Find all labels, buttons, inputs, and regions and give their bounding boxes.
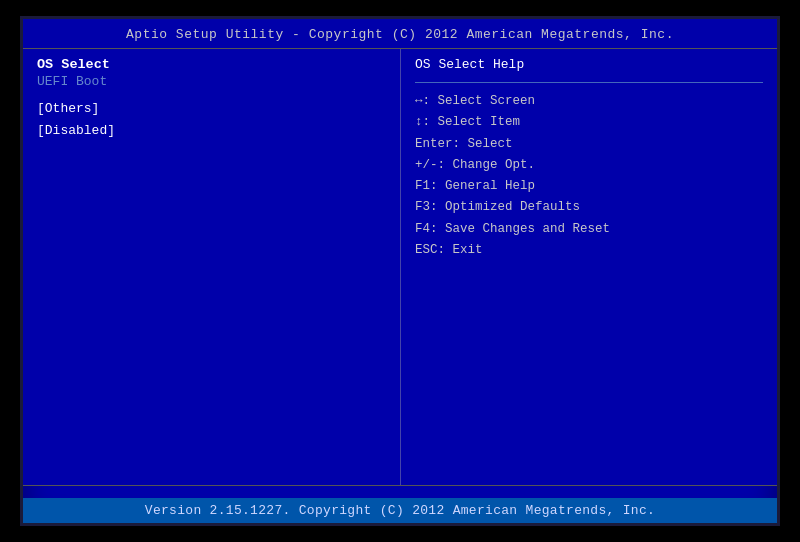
shortcut-line: F3: Optimized Defaults xyxy=(415,197,763,218)
help-divider xyxy=(415,82,763,83)
footer-bar: Version 2.15.1227. Copyright (C) 2012 Am… xyxy=(23,498,777,523)
shortcuts-section: ↔: Select Screen↕: Select ItemEnter: Sel… xyxy=(415,91,763,261)
shortcut-line: ↕: Select Item xyxy=(415,112,763,133)
main-area: OS Select UEFI Boot [Others] [Disabled] … xyxy=(23,48,777,486)
shortcut-line: +/-: Change Opt. xyxy=(415,155,763,176)
left-panel: OS Select UEFI Boot [Others] [Disabled] xyxy=(23,49,400,485)
os-select-label[interactable]: OS Select xyxy=(37,57,386,72)
shortcut-line: ESC: Exit xyxy=(415,240,763,261)
option-disabled-value: [Disabled] xyxy=(37,123,115,138)
option-disabled-row[interactable]: [Disabled] xyxy=(37,121,386,139)
bios-screen: Aptio Setup Utility - Copyright (C) 2012… xyxy=(20,16,780,526)
help-title: OS Select Help xyxy=(415,57,763,72)
header-bar: Aptio Setup Utility - Copyright (C) 2012… xyxy=(23,19,777,48)
option-others-value: [Others] xyxy=(37,101,99,116)
uefi-boot-label[interactable]: UEFI Boot xyxy=(37,74,386,89)
shortcut-line: F4: Save Changes and Reset xyxy=(415,219,763,240)
right-panel: OS Select Help ↔: Select Screen↕: Select… xyxy=(400,49,777,485)
shortcut-line: Enter: Select xyxy=(415,134,763,155)
shortcut-line: ↔: Select Screen xyxy=(415,91,763,112)
option-others-row[interactable]: [Others] xyxy=(37,99,386,117)
shortcut-line: F1: General Help xyxy=(415,176,763,197)
